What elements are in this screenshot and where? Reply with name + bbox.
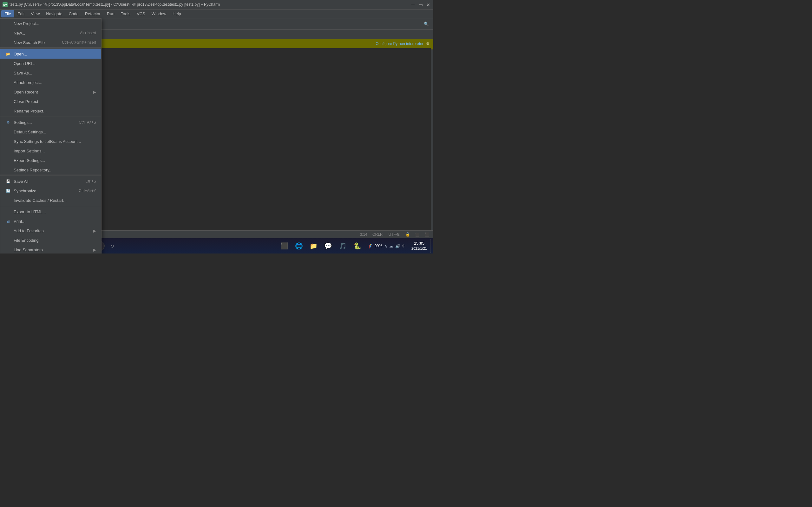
- menu-section-export: Export to HTML... 🖨 Print... Add to Favo…: [0, 207, 101, 253]
- system-clock[interactable]: 15:05 2021/1/21: [409, 240, 429, 251]
- clock-time: 15:05: [411, 240, 427, 246]
- menu-print[interactable]: 🖨 Print...: [0, 216, 101, 226]
- menu-import-settings[interactable]: Import Settings...: [0, 146, 101, 156]
- print-label: Print...: [14, 219, 96, 224]
- favorites-icon: [5, 228, 11, 233]
- new-scratch-icon: [5, 40, 11, 45]
- invalidate-icon: [5, 198, 11, 203]
- title-bar: py test1.py [C:\Users\小新pro13\AppData\Lo…: [0, 0, 433, 9]
- menu-navigate[interactable]: Navigate: [43, 10, 65, 17]
- taskbar-pycharm-icon[interactable]: 🐍: [350, 239, 364, 253]
- menu-save-as[interactable]: Save As...: [0, 68, 101, 78]
- menu-divider-1: [0, 48, 101, 49]
- tray-network-icon: ∧: [384, 243, 387, 248]
- menu-open-recent[interactable]: Open Recent ▶: [0, 87, 101, 97]
- new-label: New...: [14, 31, 72, 36]
- menu-vcs[interactable]: VCS: [134, 10, 148, 17]
- minimize-button[interactable]: ─: [410, 2, 415, 7]
- scroll-marker: [431, 48, 433, 49]
- configure-interpreter-link[interactable]: Configure Python interpreter: [375, 42, 423, 46]
- open-recent-label: Open Recent: [14, 90, 90, 95]
- menu-bar: File Edit View Navigate Code Refactor Ru…: [0, 9, 433, 18]
- editor-scrollbar[interactable]: [431, 48, 433, 236]
- menu-export-settings[interactable]: Export Settings...: [0, 156, 101, 165]
- save-all-icon: 💾: [5, 178, 11, 184]
- default-settings-icon: [5, 129, 11, 135]
- system-tray: 🦸 99% ∧ ☁ 🔊 中: [365, 243, 408, 248]
- export-html-icon: [5, 209, 11, 215]
- new-scratch-label: New Scratch File: [14, 40, 54, 45]
- menu-settings-repository[interactable]: Settings Repository...: [0, 165, 101, 175]
- encoding[interactable]: UTF-8:: [389, 232, 400, 237]
- menu-run[interactable]: Run: [104, 10, 118, 17]
- line-separators-label: Line Separators: [14, 247, 90, 252]
- taskbar-edge-icon[interactable]: 🌐: [292, 239, 306, 253]
- menu-divider-4: [0, 206, 101, 206]
- menu-new[interactable]: New... Alt+Insert: [0, 28, 101, 38]
- import-settings-icon: [5, 148, 11, 154]
- cursor-position[interactable]: 3:14: [360, 232, 367, 237]
- menu-line-separators[interactable]: Line Separators ▶: [0, 245, 101, 253]
- close-project-label: Close Project: [14, 99, 96, 104]
- menu-help[interactable]: Help: [169, 10, 184, 17]
- open-folder-icon: 📂: [5, 51, 11, 57]
- menu-code[interactable]: Code: [66, 10, 82, 17]
- taskbar-explorer-icon[interactable]: 📁: [306, 239, 320, 253]
- show-desktop-button[interactable]: [430, 239, 432, 253]
- menu-section-settings: ⚙ Settings... Ctrl+Alt+S Default Setting…: [0, 118, 101, 175]
- taskbar-wechat-icon[interactable]: 💬: [321, 239, 335, 253]
- app-icon: py: [3, 2, 8, 7]
- settings-label: Settings...: [14, 120, 71, 125]
- export-settings-icon: [5, 158, 11, 163]
- menu-new-project[interactable]: New Project...: [0, 19, 101, 28]
- export-html-label: Export to HTML...: [14, 210, 96, 214]
- menu-attach-project[interactable]: Attach project...: [0, 78, 101, 87]
- taskbar-office-icon[interactable]: ⬛: [277, 239, 291, 253]
- new-scratch-shortcut: Ctrl+Alt+Shift+Insert: [62, 40, 96, 45]
- menu-section-open: 📂 Open... Open URL... Save As... Attach …: [0, 49, 101, 116]
- menu-view[interactable]: View: [28, 10, 43, 17]
- new-icon: [5, 30, 11, 36]
- open-url-label: Open URL...: [14, 61, 96, 66]
- save-as-label: Save As...: [14, 71, 96, 75]
- maximize-button[interactable]: ▭: [418, 2, 423, 7]
- extra-info: ⬛: [425, 232, 429, 237]
- menu-window[interactable]: Window: [148, 10, 169, 17]
- lock-icon[interactable]: 🔓: [405, 232, 410, 237]
- menu-invalidate-caches[interactable]: Invalidate Caches / Restart...: [0, 195, 101, 205]
- menu-new-scratch-file[interactable]: New Scratch File Ctrl+Alt+Shift+Insert: [0, 38, 101, 47]
- menu-file-encoding[interactable]: File Encoding: [0, 235, 101, 245]
- menu-settings[interactable]: ⚙ Settings... Ctrl+Alt+S: [0, 118, 101, 127]
- settings-icon: ⚙: [5, 119, 11, 125]
- menu-save-all[interactable]: 💾 Save All Ctrl+S: [0, 176, 101, 186]
- menu-default-settings[interactable]: Default Settings...: [0, 127, 101, 136]
- menu-rename-project[interactable]: Rename Project...: [0, 106, 101, 116]
- line-separators-icon: [5, 247, 11, 252]
- menu-sync-settings[interactable]: Sync Settings to JetBrains Account...: [0, 136, 101, 146]
- menu-open-url[interactable]: Open URL...: [0, 59, 101, 68]
- menu-refactor[interactable]: Refactor: [82, 10, 104, 17]
- menu-tools[interactable]: Tools: [118, 10, 134, 17]
- menu-open[interactable]: 📂 Open...: [0, 49, 101, 59]
- search-everywhere-button[interactable]: 🔍: [422, 20, 431, 29]
- status-right: 3:14 CRLF: UTF-8: 🔓 ⬛ ⬛: [360, 232, 429, 237]
- clock-date: 2021/1/21: [411, 246, 427, 251]
- taskbar-music-icon[interactable]: 🎵: [336, 239, 350, 253]
- task-view-button[interactable]: ○: [105, 239, 119, 253]
- menu-divider-2: [0, 117, 101, 117]
- line-ending[interactable]: CRLF:: [372, 232, 384, 237]
- invalidate-label: Invalidate Caches / Restart...: [14, 198, 96, 203]
- menu-synchronize[interactable]: 🔄 Synchronize Ctrl+Alt+Y: [0, 186, 101, 195]
- settings-repo-label: Settings Repository...: [14, 168, 96, 172]
- menu-file[interactable]: File: [1, 10, 14, 17]
- menu-export-html[interactable]: Export to HTML...: [0, 207, 101, 216]
- menu-section-new: New Project... New... Alt+Insert New Scr…: [0, 19, 101, 48]
- menu-edit[interactable]: Edit: [14, 10, 28, 17]
- tray-lang-icon: 中: [402, 244, 406, 248]
- menu-add-to-favorites[interactable]: Add to Favorites ▶: [0, 226, 101, 235]
- rename-label: Rename Project...: [14, 109, 96, 113]
- interpreter-settings-icon[interactable]: ⚙: [426, 42, 429, 46]
- menu-close-project[interactable]: Close Project: [0, 97, 101, 106]
- file-encoding-label: File Encoding: [14, 238, 96, 243]
- close-button[interactable]: ✕: [426, 2, 431, 7]
